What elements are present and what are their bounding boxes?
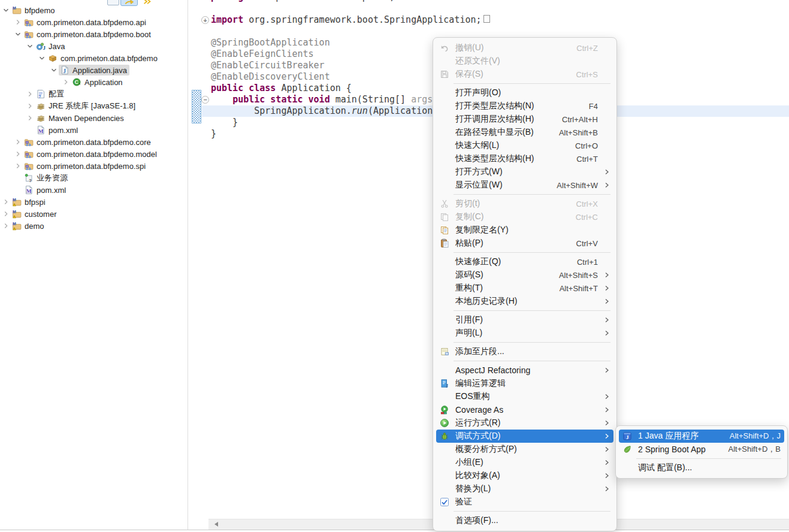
tree-item[interactable]: com.primeton.data.bfpdemo.model: [0, 148, 188, 160]
code-token: @EnableCircuitBreaker: [211, 60, 325, 71]
menu-item-debug-java-application[interactable]: J1 Java 应用程序Alt+Shift+D，J: [619, 430, 784, 443]
menu-item-accelerator: Alt+Shift+D，J: [730, 431, 781, 442]
menu-item-quick-fix[interactable]: 快速修正(Q)Ctrl+1: [436, 255, 613, 268]
project-tree: Mbfpdemocom.primeton.data.bfpdemo.apicom…: [0, 4, 188, 232]
folded-region-icon: [483, 15, 490, 23]
debug-icon: [440, 431, 451, 441]
tree-item[interactable]: Mcustomer: [0, 208, 188, 220]
tree-item-content: com.primeton.data.bfpdemo.api: [23, 17, 149, 28]
tree-item[interactable]: Mpom.xml: [0, 184, 188, 196]
tree-item[interactable]: JRE 系统库 [JavaSE-1.8]: [0, 100, 188, 112]
chevron-right-icon[interactable]: [25, 113, 35, 123]
menu-item-eos-refactor[interactable]: EOS重构: [436, 390, 613, 403]
menu-item-source[interactable]: 源码(S)Alt+Shift+S: [436, 268, 613, 282]
svg-text:J: J: [626, 434, 629, 440]
menu-item-show-in-breadcrumb[interactable]: 在路径导航中显示(B)Alt+Shift+B: [436, 126, 613, 139]
chevron-down-icon[interactable]: [25, 41, 35, 51]
java-elem-icon: J: [36, 41, 46, 51]
biz-resource-icon: ?: [24, 173, 34, 183]
menu-item-references[interactable]: 引用(F): [436, 313, 613, 327]
tree-item[interactable]: Mpom.xml: [0, 124, 188, 136]
menu-item-debug-configurations[interactable]: 调试 配置(B)...: [619, 461, 784, 474]
svg-text:M: M: [13, 222, 16, 226]
menu-item-open-with[interactable]: 打开方式(W): [436, 165, 613, 179]
fold-expand-icon[interactable]: +: [201, 16, 209, 24]
tree-item[interactable]: Mbfpspi: [0, 196, 188, 208]
menu-item-replace-with[interactable]: 替换为(L): [436, 482, 613, 495]
menu-icon-spacer: [440, 167, 451, 177]
tree-item[interactable]: com.primeton.data.bfpdemo: [0, 52, 188, 64]
chevron-down-icon[interactable]: [1, 5, 11, 15]
menu-item-show-in[interactable]: 显示位置(W)Alt+Shift+W: [436, 179, 613, 192]
chevron-right-icon[interactable]: [13, 17, 23, 27]
tree-item[interactable]: ?配置: [0, 88, 188, 100]
tree-item[interactable]: Mdemo: [0, 220, 188, 232]
chevron-right-icon[interactable]: [1, 197, 11, 207]
chevron-right-icon[interactable]: [25, 101, 35, 111]
cut-icon: [440, 199, 451, 208]
menu-item-open-call-hierarchy[interactable]: 打开调用层次结构(H)Ctrl+Alt+H: [436, 113, 613, 126]
menu-item-preferences[interactable]: 首选项(F)...: [436, 514, 613, 527]
tree-item[interactable]: com.primeton.data.bfpdemo.api: [0, 16, 188, 28]
menu-item-debug-as[interactable]: 调试方式(D): [436, 430, 613, 443]
tree-item[interactable]: com.primeton.data.bfpdemo.core: [0, 136, 188, 148]
submenu-arrow-icon: [603, 298, 610, 304]
menu-item-label: 编辑运算逻辑: [455, 378, 506, 389]
menu-item-aspectj-refactoring[interactable]: AspectJ Refactoring: [436, 364, 613, 377]
menu-item-copy-qualified-name[interactable]: 复制限定名(Y): [436, 223, 613, 237]
menu-item-debug-spring-boot-app[interactable]: 2 Spring Boot AppAlt+Shift+D，B: [619, 443, 784, 456]
tree-item[interactable]: com.primeton.data.bfpdemo.spi: [0, 160, 188, 172]
menu-item-team[interactable]: 小组(E): [436, 456, 613, 469]
module-icon: [24, 161, 34, 171]
submenu-arrow-icon: [603, 420, 610, 426]
fold-collapse-icon[interactable]: −: [201, 96, 209, 104]
tree-item[interactable]: Mbfpdemo: [0, 4, 188, 16]
tree-item[interactable]: com.primeton.data.bfpdemo.boot: [0, 28, 188, 40]
tree-item-label: 配置: [49, 89, 64, 99]
menu-item-refactor[interactable]: 重构(T)Alt+Shift+T: [436, 282, 613, 295]
tree-item[interactable]: CApplication: [0, 76, 188, 88]
tree-item[interactable]: ?业务资源: [0, 172, 188, 184]
chevron-right-icon[interactable]: [61, 77, 71, 87]
library-icon: [36, 113, 46, 123]
tree-item-content: Maven Dependencies: [35, 113, 126, 123]
menu-item-label: 打开类型层次结构(N): [455, 101, 534, 111]
chevron-right-icon[interactable]: [13, 137, 23, 147]
menu-item-open-declaration[interactable]: 打开声明(O): [436, 86, 613, 99]
chevron-right-icon[interactable]: [1, 221, 11, 231]
menu-item-paste[interactable]: 粘贴(P)Ctrl+V: [436, 237, 613, 250]
tree-item[interactable]: JApplication.java: [0, 64, 188, 76]
menu-item-declarations[interactable]: 声明(L): [436, 327, 613, 340]
menu-item-profile-as[interactable]: 概要分析方式(P): [436, 443, 613, 456]
view-menu-icon[interactable]: [143, 0, 153, 4]
submenu-arrow-icon: [603, 486, 610, 492]
tree-item[interactable]: Maven Dependencies: [0, 112, 188, 124]
tree-item-label: pom.xml: [37, 186, 66, 195]
chevron-right-icon[interactable]: [13, 161, 23, 171]
menu-item-quick-type-hierarchy[interactable]: 快速类型层次结构(H)Ctrl+T: [436, 152, 613, 165]
submenu-arrow-icon: [603, 285, 610, 291]
chevron-right-icon[interactable]: [13, 149, 23, 159]
menu-item-compare-with[interactable]: 比较对象(A): [436, 469, 613, 482]
chevron-down-icon[interactable]: [13, 29, 23, 39]
menu-item-edit-logic[interactable]: J编辑运算逻辑: [436, 377, 613, 390]
tree-item-label: com.primeton.data.bfpdemo.api: [37, 18, 146, 27]
chevron-down-icon[interactable]: [37, 53, 47, 63]
menu-item-open-type-hierarchy[interactable]: 打开类型层次结构(N)F4: [436, 99, 613, 113]
scroll-left-icon[interactable]: [212, 522, 218, 527]
menu-item-run-as[interactable]: 运行方式(R): [436, 416, 613, 430]
menu-item-coverage-as[interactable]: Coverage As: [436, 403, 613, 416]
tree-item[interactable]: JJava: [0, 40, 188, 52]
menu-item-local-history[interactable]: 本地历史记录(H): [436, 295, 613, 308]
config-icon: ?: [36, 89, 46, 99]
menu-item-add-to-snippets[interactable]: 添加至片段...: [436, 345, 613, 358]
code-line: SpringApplication.run(Application: [211, 105, 433, 117]
chevron-right-icon[interactable]: [25, 89, 35, 99]
chevron-down-icon[interactable]: [49, 65, 59, 75]
chevron-right-icon[interactable]: [1, 209, 11, 219]
code-line: import org.springframework.boot.SpringAp…: [211, 14, 490, 26]
submenu-arrow-icon: [603, 407, 610, 413]
menu-item-quick-outline[interactable]: 快速大纲(L)Ctrl+O: [436, 139, 613, 152]
menu-item-validate[interactable]: 验证: [436, 495, 613, 509]
menu-item-cut: 剪切(t)Ctrl+X: [436, 197, 613, 210]
